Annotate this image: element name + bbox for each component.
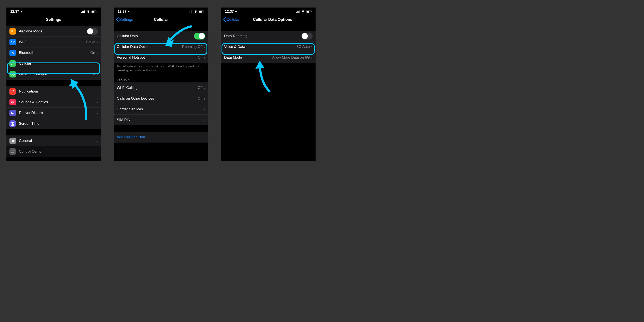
row-label: Sounds & Haptics: [19, 100, 96, 104]
svg-rect-28: [306, 11, 309, 12]
section-footer: Turn off cellular data to restrict all d…: [114, 63, 208, 74]
settings-screen: 12:37 Settings ✈︎ Airplane Mode Wi-Fi Tu…: [6, 8, 101, 161]
chevron-icon: ›: [96, 72, 98, 76]
row-do-not-disturb[interactable]: Do Not Disturb ›: [6, 108, 101, 118]
row-data-mode[interactable]: Data Mode Allow More Data on 5G ›: [221, 52, 316, 63]
row-label: General: [19, 139, 96, 143]
chevron-left-icon: [223, 17, 226, 22]
svg-rect-14: [189, 12, 189, 13]
toggle-cellular-data[interactable]: [194, 33, 205, 40]
row-carrier-services[interactable]: Carrier Services ›: [114, 104, 208, 115]
row-label: Cellular Data: [117, 34, 194, 38]
svg-rect-23: [296, 12, 297, 13]
row-calls-other-devices[interactable]: Calls on Other Devices Off ›: [114, 93, 208, 104]
location-icon: [128, 10, 130, 13]
battery-icon: [306, 10, 312, 13]
row-label: Screen Time: [19, 122, 96, 126]
battery-icon: [92, 10, 97, 13]
row-screen-time[interactable]: Screen Time ›: [6, 118, 101, 129]
control-center-icon: [10, 148, 16, 155]
chevron-icon: ›: [311, 45, 312, 49]
row-bluetooth[interactable]: Bluetooth On ›: [6, 48, 101, 58]
status-bar: 12:37: [221, 8, 316, 15]
row-personal-hotspot[interactable]: Personal Hotspot Off ›: [6, 69, 101, 80]
row-general[interactable]: General ›: [6, 136, 101, 146]
chevron-icon: ›: [204, 118, 205, 122]
chevron-icon: ›: [311, 56, 312, 60]
cellular-screen: 12:37 Settings Cellular Cellular Data Ce…: [114, 8, 208, 161]
chevron-icon: ›: [204, 107, 205, 112]
page-title: Cellular: [154, 18, 168, 22]
row-value: 5G Auto: [297, 45, 310, 49]
status-bar: 12:37: [114, 8, 208, 15]
row-voice-data[interactable]: Voice & Data 5G Auto ›: [221, 42, 316, 52]
cellular-icon: [10, 60, 16, 67]
row-label: Voice & Data: [224, 45, 297, 49]
cellular-data-options-screen: 12:37 Cellular Cellular Data Options Dat…: [221, 8, 316, 161]
row-sounds-haptics[interactable]: Sounds & Haptics ›: [6, 97, 101, 108]
svg-rect-0: [81, 12, 82, 13]
row-label: Add Cellular Plan: [117, 135, 205, 139]
row-label: Personal Hotspot: [117, 56, 198, 60]
chevron-icon: ›: [96, 62, 98, 66]
time-label: 12:37: [10, 10, 19, 14]
row-control-center[interactable]: Control Center ›: [6, 146, 101, 157]
back-label: Cellular: [226, 18, 240, 22]
svg-rect-2: [83, 11, 84, 13]
row-sim-pin[interactable]: SIM PIN ›: [114, 115, 208, 125]
status-bar: 12:37: [6, 8, 101, 15]
back-button[interactable]: Cellular: [223, 17, 240, 22]
row-personal-hotspot[interactable]: Personal Hotspot Off ›: [114, 52, 208, 63]
signal-icon: [81, 10, 85, 13]
row-data-roaming[interactable]: Data Roaming: [221, 31, 316, 42]
svg-rect-29: [311, 11, 312, 12]
row-value: Allow More Data on 5G: [272, 56, 310, 60]
row-value: Off: [90, 72, 95, 76]
svg-rect-6: [96, 11, 97, 12]
row-wifi-calling[interactable]: Wi-Fi Calling Off ›: [114, 82, 208, 93]
navbar: Settings: [6, 15, 101, 24]
svg-rect-24: [297, 12, 298, 13]
back-button[interactable]: Settings: [116, 17, 133, 22]
row-label: Cellular Data Options: [117, 45, 182, 49]
row-wifi[interactable]: Wi-Fi Tucks ›: [6, 37, 101, 48]
row-label: Control Center: [19, 150, 96, 154]
row-label: Carrier Services: [117, 107, 204, 112]
row-label: Airplane Mode: [19, 29, 87, 34]
navbar: Cellular Cellular Data Options: [221, 15, 316, 24]
row-notifications[interactable]: Notifications ›: [6, 86, 101, 97]
chevron-icon: ›: [204, 86, 205, 90]
battery-icon: [199, 10, 204, 13]
row-label: Data Mode: [224, 56, 272, 60]
chevron-icon: ›: [204, 96, 205, 101]
row-label: Wi-Fi Calling: [117, 86, 198, 90]
screentime-icon: [10, 120, 16, 127]
chevron-icon: ›: [96, 150, 98, 154]
row-add-cellular-plan[interactable]: Add Cellular Plan: [114, 132, 208, 142]
row-label: Data Roaming: [224, 34, 302, 38]
chevron-icon: ›: [96, 139, 98, 143]
row-label: Do Not Disturb: [19, 111, 96, 115]
row-value: Off: [198, 56, 202, 60]
page-title: Cellular Data Options: [253, 18, 292, 22]
chevron-icon: ›: [96, 100, 98, 104]
airplane-icon: ✈︎: [10, 28, 16, 34]
time-label: 12:37: [225, 10, 234, 14]
row-cellular-data-options[interactable]: Cellular Data Options Roaming Off ›: [114, 42, 208, 52]
chevron-left-icon: [116, 17, 119, 22]
chevron-icon: ›: [96, 111, 98, 115]
row-cellular-data[interactable]: Cellular Data: [114, 31, 208, 42]
chevron-icon: ›: [204, 56, 205, 60]
svg-rect-1: [82, 12, 83, 13]
section-header: VERIZON: [114, 74, 208, 82]
row-airplane-mode[interactable]: ✈︎ Airplane Mode: [6, 26, 101, 37]
row-label: Cellular: [19, 62, 96, 66]
toggle-airplane[interactable]: [87, 28, 98, 35]
row-cellular[interactable]: Cellular ›: [6, 58, 101, 69]
wifi-icon: [194, 10, 198, 13]
svg-point-11: [13, 152, 14, 153]
toggle-data-roaming[interactable]: [302, 33, 312, 40]
svg-point-9: [12, 150, 12, 151]
signal-icon: [296, 10, 300, 13]
notifications-icon: [10, 88, 16, 95]
